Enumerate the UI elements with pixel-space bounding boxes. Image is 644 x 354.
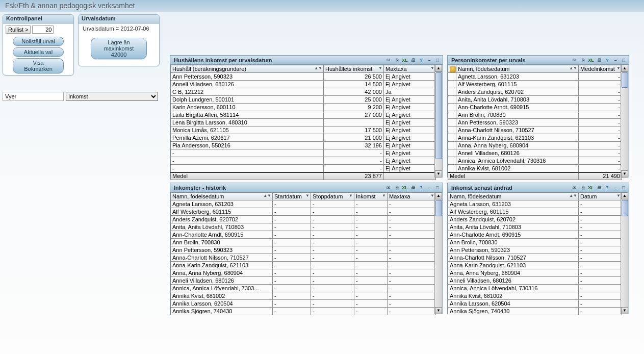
- col-namn[interactable]: Namn, födelsedatum▲▼: [456, 65, 579, 73]
- scroll-down-icon[interactable]: ▼: [435, 307, 442, 314]
- minimize-icon[interactable]: –: [426, 57, 433, 64]
- table-row[interactable]: Ann Pettersson, 59032326 500Ej Angivet: [171, 73, 436, 81]
- scrollbar-v[interactable]: ▲ ▼: [621, 192, 629, 314]
- table-row[interactable]: Anita, Anita Lövdahl, 710803-: [448, 223, 622, 231]
- table-row[interactable]: Anita, Anita Lövdahl, 710803----: [171, 223, 436, 231]
- col-maxtaxa[interactable]: Maxtaxa▼: [384, 65, 436, 73]
- minimize-icon[interactable]: –: [612, 184, 619, 191]
- sort-icon[interactable]: ▲▼: [263, 193, 271, 198]
- table-row[interactable]: Monica Limås, 62110517 500Ej Angivet: [171, 127, 436, 134]
- sort-icon[interactable]: ▼: [349, 193, 353, 198]
- table-row[interactable]: Alf Westerberg, 601115-: [448, 208, 622, 216]
- table-row[interactable]: Agneta Larsson, 631203-: [448, 73, 622, 81]
- scrollbar-v[interactable]: ▲ ▼: [434, 192, 443, 314]
- col-max[interactable]: Maxtaxa▼: [388, 193, 436, 200]
- sort-icon[interactable]: ▲▼: [569, 193, 577, 198]
- sort-icon[interactable]: ▼: [430, 66, 434, 70]
- scrollbar-v[interactable]: ▲ ▼: [434, 65, 443, 178]
- sort-icon[interactable]: ▲▼: [569, 66, 577, 70]
- col-datum[interactable]: Datum▼: [579, 193, 622, 200]
- scroll-down-icon[interactable]: ▼: [435, 170, 442, 178]
- help-icon[interactable]: ?: [604, 184, 611, 191]
- table-row[interactable]: Ann Pettersson, 590323----: [171, 246, 436, 254]
- excel-icon[interactable]: XL: [587, 57, 595, 64]
- sort-icon[interactable]: ▼: [305, 193, 310, 198]
- table-row[interactable]: Anna, Anna Nyberg, 680904-: [448, 142, 622, 149]
- table-row[interactable]: Annika Kvist, 681002----: [171, 292, 436, 300]
- vyer-select[interactable]: Inkomst: [66, 92, 158, 101]
- table-row[interactable]: Anna-Charlott Nilsson, 710527-: [448, 127, 622, 134]
- table-row[interactable]: Anna-Karin Zandquist, 621103----: [171, 262, 436, 269]
- table-row[interactable]: Ann-Charlotte Arndt, 690915-: [448, 104, 622, 111]
- table-row[interactable]: Anna, Anna Nyberg, 680904----: [171, 269, 436, 277]
- copy-icon[interactable]: ⎘: [393, 57, 400, 64]
- scroll-up-icon[interactable]: ▲: [435, 65, 442, 72]
- table-row[interactable]: Anneli Villadsen, 680126-: [448, 149, 622, 157]
- table-row[interactable]: Ann Pettersson, 590323-: [448, 246, 622, 254]
- table-row[interactable]: Anita, Anita Lövdahl, 710803-: [448, 96, 622, 104]
- table-row[interactable]: Annica, Annica Löfvendahl, 730316-: [448, 157, 622, 165]
- print-icon[interactable]: 🖶: [409, 57, 417, 64]
- scroll-up-icon[interactable]: ▲: [621, 192, 628, 199]
- table-row[interactable]: Ann-Charlotte Arndt, 690915-: [448, 231, 622, 239]
- table-row[interactable]: Anneli Villadsen, 680126----: [171, 277, 436, 285]
- send-icon[interactable]: ✉: [571, 184, 578, 191]
- scroll-thumb[interactable]: [622, 200, 628, 216]
- table-row[interactable]: Anna-Charlott Nilsson, 710527----: [171, 254, 436, 262]
- table-row[interactable]: Anders Zandquist, 620702----: [171, 216, 436, 223]
- table-row[interactable]: Anders Zandquist, 620702-: [448, 88, 622, 96]
- help-icon[interactable]: ?: [418, 184, 425, 191]
- scroll-thumb[interactable]: [435, 200, 442, 216]
- table-row[interactable]: Annika Kvist, 681002-: [448, 165, 622, 172]
- sort-icon[interactable]: ▼: [382, 193, 386, 198]
- aktuella-button[interactable]: Aktuella val: [13, 47, 64, 57]
- scroll-down-icon[interactable]: ▼: [621, 170, 628, 178]
- table-row[interactable]: Anneli Villadsen, 680126-: [448, 277, 622, 285]
- maximize-icon[interactable]: □: [434, 184, 441, 191]
- table-row[interactable]: --Ej Angivet: [171, 149, 436, 157]
- table-row[interactable]: Annika Larsson, 620504-: [448, 300, 622, 308]
- scroll-down-icon[interactable]: ▼: [621, 307, 628, 314]
- table-row[interactable]: Annika Sjögren, 740430-: [448, 308, 622, 315]
- col-namn[interactable]: Namn, födelsedatum▲▼: [171, 193, 273, 200]
- maxinkomst-button[interactable]: Lägre än maxinkomst 42000: [91, 38, 147, 59]
- table-row[interactable]: Ann Brolin, 700830-: [448, 111, 622, 119]
- excel-icon[interactable]: XL: [587, 184, 595, 191]
- table-row[interactable]: Ann Brolin, 700830-: [448, 239, 622, 246]
- table-row[interactable]: Pia Andersson, 55021632 196Ej Angivet: [171, 142, 436, 149]
- table-row[interactable]: --Ej Angivet: [171, 165, 436, 172]
- table-row[interactable]: Ann-Charlotte Arndt, 690915----: [171, 231, 436, 239]
- print-icon[interactable]: 🖶: [596, 57, 603, 64]
- minimize-icon[interactable]: –: [612, 57, 619, 64]
- table-row[interactable]: Pernilla Azemi, 62061721 000Ej Angivet: [171, 134, 436, 142]
- scroll-up-icon[interactable]: ▲: [621, 65, 628, 72]
- table-row[interactable]: Ann Brolin, 700830----: [171, 239, 436, 246]
- minimize-icon[interactable]: –: [426, 184, 433, 191]
- sort-icon[interactable]: ▼: [616, 66, 621, 70]
- send-icon[interactable]: ✉: [571, 57, 578, 64]
- table-row[interactable]: Karin Andersson, 6001109 200Ej Angivet: [171, 104, 436, 111]
- print-icon[interactable]: 🖶: [409, 184, 417, 191]
- table-row[interactable]: Annica, Annica Löfvendahl, 730316-: [448, 285, 622, 292]
- scroll-up-icon[interactable]: ▲: [435, 192, 442, 199]
- table-row[interactable]: Annika Larsson, 620504----: [171, 300, 436, 308]
- help-icon[interactable]: ?: [418, 57, 425, 64]
- table-row[interactable]: Alf Westerberg, 601115----: [171, 208, 436, 216]
- sort-icon[interactable]: ▼: [430, 193, 434, 198]
- nollstall-button[interactable]: Nollställ urval: [13, 37, 64, 46]
- col-medel[interactable]: Medelinkomst▼: [579, 65, 622, 73]
- table-row[interactable]: Agneta Larsson, 631203-: [448, 200, 622, 208]
- lock-col[interactable]: [448, 65, 456, 73]
- copy-icon[interactable]: ⎘: [579, 57, 586, 64]
- col-start[interactable]: Startdatum▼: [273, 193, 311, 200]
- rullist-input[interactable]: [32, 26, 54, 34]
- send-icon[interactable]: ✉: [385, 57, 392, 64]
- scroll-thumb[interactable]: [435, 72, 442, 159]
- table-row[interactable]: Anna-Karin Zandquist, 621103-: [448, 134, 622, 142]
- table-row[interactable]: Lena Birgitta Larsson, 480310Ej Angivet: [171, 119, 436, 127]
- maximize-icon[interactable]: □: [620, 184, 627, 191]
- table-row[interactable]: Anneli Villadsen, 68012614 500Ej Angivet: [171, 81, 436, 88]
- table-row[interactable]: C B, 12121242 000Ja: [171, 88, 436, 96]
- copy-icon[interactable]: ⎘: [579, 184, 586, 191]
- sort-icon[interactable]: ▼: [378, 66, 382, 70]
